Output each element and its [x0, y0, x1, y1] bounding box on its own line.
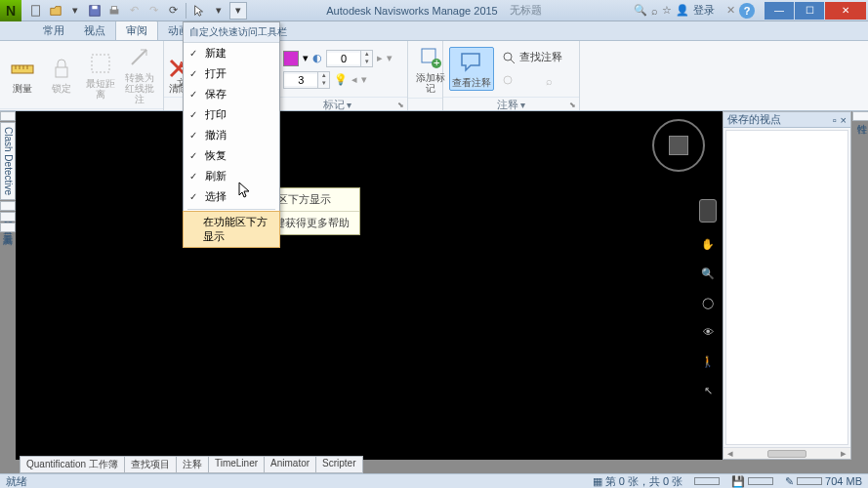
side-tab-selection[interactable]: 选择树 — [0, 201, 16, 211]
redo-icon: ↷ — [145, 2, 162, 20]
orbit-icon[interactable]: ◯ — [700, 295, 716, 310]
status-bar: 就绪 ▦第 0 张，共 0 张 💾 ✎704 MB — [0, 473, 868, 488]
pan-icon[interactable]: ✋ — [700, 236, 716, 252]
search-icon[interactable]: 🔍 — [634, 4, 647, 17]
qat-menu-title: 自定义快速访问工具栏 — [184, 22, 279, 43]
zoom-icon[interactable]: 🔍 — [700, 265, 716, 281]
tab-home[interactable]: 常用 — [33, 21, 74, 40]
measure-button[interactable]: 测量 — [6, 56, 39, 94]
panel-expand-icon[interactable]: ⬊ — [569, 99, 576, 112]
main-area: ✋ 🔍 ◯ 👁 🚶 ↖ 保存的视点 ▫ × ◂▸ — [16, 111, 851, 460]
undo-icon: ↶ — [125, 2, 143, 20]
qat-item-undo[interactable]: ✓撤消 — [184, 125, 279, 145]
disk-icon: 💾 — [731, 475, 745, 488]
side-tab-project[interactable]: 项目目录 — [0, 111, 16, 121]
find-comments-button[interactable]: 查找注释 — [500, 48, 564, 66]
ribbon: 测量 锁定 最短距离 转换为红线批注 清除 测量 ▾⬊ A — [0, 41, 868, 111]
qat-item-select[interactable]: ✓选择 — [184, 186, 279, 207]
window-minimize[interactable]: — — [765, 2, 794, 20]
shortest-button: 最短距离 — [84, 51, 117, 100]
document-name: 无标题 — [510, 3, 542, 18]
color-swatch[interactable] — [283, 51, 299, 66]
btab-timeliner[interactable]: TimeLiner — [209, 456, 265, 473]
play-icon[interactable]: ▸ — [377, 52, 383, 64]
window-close[interactable]: ✕ — [825, 2, 866, 20]
svg-rect-11 — [92, 55, 109, 72]
select-dropdown-icon[interactable]: ▾ — [210, 2, 227, 20]
svg-rect-4 — [111, 6, 116, 10]
select-icon[interactable] — [190, 2, 208, 20]
progress-bar-3 — [797, 477, 822, 485]
idea-icon[interactable]: 💡 — [334, 73, 348, 86]
status-text: 就绪 — [6, 474, 27, 489]
user-icon[interactable]: 👤 — [676, 4, 689, 17]
quick-access-toolbar: ▾ ↶ ↷ ⟳ ▾ ▾ — [25, 2, 249, 20]
svg-rect-2 — [92, 5, 97, 9]
svg-rect-0 — [32, 5, 40, 16]
qat-item-save[interactable]: ✓保存 — [184, 84, 279, 104]
sheet-icon[interactable]: ▦ — [593, 475, 602, 488]
panel-scrollbar[interactable]: ◂▸ — [723, 447, 850, 459]
steering-wheel-icon[interactable] — [699, 199, 717, 223]
quick-find-button: ⌕ — [500, 72, 564, 90]
view-comments-button[interactable]: 查看注释 — [452, 50, 491, 88]
side-tab-sets[interactable]: 集合 — [0, 212, 16, 222]
window-maximize[interactable]: ☐ — [795, 2, 824, 20]
refresh-icon[interactable]: ⟳ — [164, 2, 182, 20]
btab-find[interactable]: 查找项目 — [125, 456, 177, 473]
status-spinner[interactable]: ▴▾ — [326, 50, 373, 67]
help-icon[interactable]: ? — [739, 3, 755, 19]
qat-customize-dropdown[interactable]: ▾ — [229, 2, 247, 20]
panel-close-icon[interactable]: × — [841, 114, 847, 126]
qat-item-open[interactable]: ✓打开 — [184, 63, 279, 84]
keyword-icon[interactable]: ⌕ — [651, 5, 658, 17]
side-tab-measure[interactable]: 测量工具 — [0, 223, 16, 232]
btab-scripter[interactable]: Scripter — [316, 456, 362, 473]
app-logo[interactable]: N — [0, 0, 21, 21]
new-icon[interactable] — [27, 2, 45, 20]
saved-viewpoints-panel: 保存的视点 ▫ × ◂▸ — [723, 111, 851, 460]
walk-icon[interactable]: 🚶 — [700, 353, 716, 369]
side-tab-clash[interactable]: Clash Detective — [0, 122, 16, 200]
svg-rect-5 — [12, 65, 33, 73]
save-icon[interactable] — [86, 2, 103, 20]
svg-point-20 — [504, 76, 512, 84]
svg-line-19 — [511, 60, 515, 63]
panel-menu-icon[interactable]: ▫ — [833, 114, 837, 126]
qat-item-new[interactable]: ✓新建 — [184, 43, 279, 63]
qat-item-print[interactable]: ✓打印 — [184, 104, 279, 125]
svg-rect-10 — [56, 67, 67, 77]
look-icon[interactable]: 👁 — [700, 324, 716, 340]
btab-quantification[interactable]: Quantification 工作簿 — [20, 456, 125, 473]
qat-item-show-below[interactable]: 在功能区下方显示 — [183, 211, 280, 248]
viewport-3d[interactable] — [16, 111, 722, 448]
thickness-spinner[interactable]: ▴▾ — [283, 71, 330, 89]
back-icon[interactable]: ◂ — [351, 73, 357, 86]
memory-status: 704 MB — [825, 475, 862, 487]
exchange-icon[interactable]: ✕ — [726, 4, 735, 17]
right-side-tabs: 特性 — [852, 111, 868, 122]
btab-animator[interactable]: Animator — [265, 456, 316, 473]
dropdown-icon[interactable]: ▾ — [66, 2, 84, 20]
select-tool-icon[interactable]: ↖ — [700, 383, 716, 398]
saved-viewpoints-list[interactable] — [725, 130, 848, 445]
status-icon: ◐ — [312, 52, 322, 64]
open-icon[interactable] — [47, 2, 64, 20]
print-icon[interactable] — [105, 2, 123, 20]
view-cube[interactable] — [652, 119, 705, 172]
title-bar: N ▾ ↶ ↷ ⟳ ▾ ▾ Autodesk Navisworks Manage… — [0, 0, 868, 21]
pencil-status-icon: ✎ — [785, 475, 794, 488]
login-link[interactable]: 登录 — [693, 3, 715, 18]
qat-customize-menu: 自定义快速访问工具栏 ✓新建 ✓打开 ✓保存 ✓打印 ✓撤消 ✓恢复 ✓刷新 ✓… — [183, 21, 280, 248]
progress-bar-1 — [694, 477, 720, 485]
add-mark-button[interactable]: + 添加标记 — [414, 45, 447, 94]
qat-item-redo[interactable]: ✓恢复 — [184, 145, 279, 166]
side-tab-properties[interactable]: 特性 — [852, 111, 868, 121]
tab-review[interactable]: 审阅 — [115, 20, 158, 40]
tab-viewpoint[interactable]: 视点 — [74, 21, 115, 40]
qat-item-refresh[interactable]: ✓刷新 — [184, 166, 279, 186]
btab-comments[interactable]: 注释 — [177, 456, 209, 473]
favorite-icon[interactable]: ☆ — [662, 4, 672, 17]
left-side-tabs: 项目目录 Clash Detective 选择树 集合 测量工具 — [0, 111, 16, 233]
panel-expand-icon[interactable]: ⬊ — [397, 99, 404, 112]
